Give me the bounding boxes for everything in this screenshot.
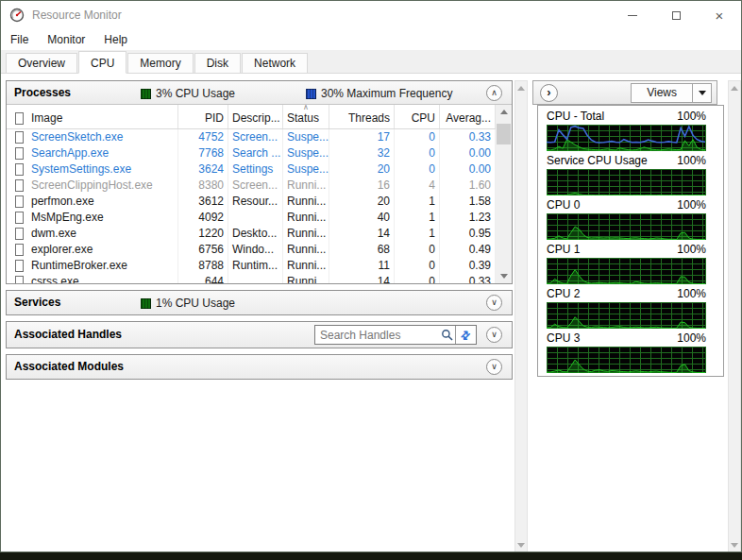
table-row[interactable]: explorer.exe6756Windo...Runni...6800.49 — [7, 242, 496, 258]
processes-table: Image PID Descrip... ∧Status Threads CPU… — [7, 105, 512, 283]
row-checkbox[interactable] — [15, 179, 24, 192]
menu-help[interactable]: Help — [94, 30, 137, 49]
maximize-button[interactable] — [654, 1, 698, 29]
cell-threads: 17 — [329, 129, 395, 145]
cell-pid: 6756 — [178, 242, 228, 258]
table-row[interactable]: SearchApp.exe7768Search ...Suspe...3200.… — [7, 145, 496, 161]
cell-cpu: 0 — [395, 274, 440, 283]
row-checkbox[interactable] — [15, 260, 24, 272]
scroll-down-button[interactable] — [496, 269, 512, 283]
cell-checkbox — [7, 242, 27, 258]
tab-network[interactable]: Network — [242, 53, 308, 73]
search-input[interactable] — [315, 327, 438, 343]
scroll-up-button[interactable] — [515, 81, 527, 95]
row-checkbox[interactable] — [15, 244, 24, 256]
resource-monitor-window: Resource Monitor × File Monitor Help Ove… — [0, 0, 742, 552]
menu-file[interactable]: File — [1, 30, 38, 49]
cell-description — [228, 210, 283, 226]
column-header-image[interactable]: Image — [27, 105, 178, 128]
cell-status: Suspe... — [283, 129, 329, 145]
scroll-down-button[interactable] — [515, 538, 527, 552]
max-frequency-legend-label: 30% Maximum Frequency — [321, 87, 452, 100]
right-pane-scrollbar[interactable] — [728, 80, 741, 552]
select-all-checkbox[interactable] — [15, 112, 24, 125]
table-row[interactable]: dwm.exe1220Deskto...Runni...1410.95 — [7, 226, 496, 242]
modules-expand-button[interactable]: ∨ — [486, 359, 502, 375]
views-dropdown-arrow[interactable] — [692, 84, 711, 102]
row-checkbox[interactable] — [15, 228, 24, 240]
tabstrip: Overview CPU Memory Disk Network — [1, 50, 741, 74]
table-row[interactable]: SystemSettings.exe3624SettingsSuspe...20… — [7, 161, 496, 178]
scroll-down-button[interactable] — [729, 538, 740, 552]
row-checkbox[interactable] — [15, 195, 24, 208]
views-button[interactable]: Views — [631, 83, 712, 103]
processes-header[interactable]: Processes 3% CPU Usage 30% Maximum Frequ… — [7, 81, 512, 105]
scroll-up-button[interactable] — [729, 81, 740, 95]
column-header-pid[interactable]: PID — [178, 105, 228, 128]
header-checkbox-cell — [7, 105, 27, 128]
tab-disk[interactable]: Disk — [194, 53, 241, 73]
cell-pid: 7768 — [178, 145, 228, 161]
handles-header[interactable]: Associated Handles ⇄ ∨ — [7, 322, 512, 348]
cell-checkbox — [7, 274, 27, 283]
column-header-average[interactable]: Averag... — [440, 105, 496, 128]
chevron-up-icon: ∧ — [491, 88, 497, 97]
column-header-description[interactable]: Descrip... — [228, 105, 283, 128]
refresh-handles-button[interactable]: ⇄ — [455, 326, 476, 344]
triangle-up-icon — [500, 110, 508, 114]
cell-pid: 4092 — [178, 210, 228, 226]
column-header-threads[interactable]: Threads — [329, 105, 395, 128]
right-pane-header: › Views — [532, 80, 717, 105]
table-row[interactable]: RuntimeBroker.exe8788Runtim...Runni...11… — [7, 258, 496, 274]
cell-status: Runni... — [283, 274, 329, 283]
tab-memory[interactable]: Memory — [127, 53, 193, 73]
scrollbar-thumb[interactable] — [497, 124, 511, 144]
services-expand-button[interactable]: ∨ — [486, 295, 502, 311]
cell-checkbox — [7, 161, 27, 178]
row-checkbox[interactable] — [15, 163, 24, 176]
services-header[interactable]: Services 1% CPU Usage ∨ — [7, 291, 512, 314]
expand-pane-button[interactable]: › — [540, 84, 558, 102]
cell-average: 1.60 — [440, 178, 496, 194]
cell-description: Settings — [228, 161, 283, 178]
tab-cpu[interactable]: CPU — [78, 51, 126, 74]
cell-checkbox — [7, 194, 27, 210]
table-row[interactable]: ScreenClippingHost.exe8380Screen...Runni… — [7, 178, 496, 194]
row-checkbox[interactable] — [15, 147, 24, 160]
cell-average: 1.23 — [440, 210, 496, 226]
processes-collapse-button[interactable]: ∧ — [486, 85, 502, 101]
desktop-background — [0, 552, 742, 560]
cell-description: Search ... — [228, 145, 283, 161]
tab-overview[interactable]: Overview — [6, 53, 77, 73]
table-row[interactable]: csrss.exe644Runni...1400.33 — [7, 274, 496, 283]
column-header-cpu[interactable]: CPU — [395, 105, 440, 128]
search-icon[interactable] — [438, 326, 455, 344]
handles-search: ⇄ — [314, 325, 477, 345]
table-row[interactable]: MsMpEng.exe4092Runni...4011.23 — [7, 210, 496, 226]
modules-header[interactable]: Associated Modules ∨ — [7, 355, 512, 379]
cell-checkbox — [7, 129, 27, 145]
cell-status: Runni... — [283, 242, 329, 258]
row-checkbox[interactable] — [15, 212, 24, 224]
cell-image: explorer.exe — [27, 242, 178, 258]
cell-image: ScreenSketch.exe — [27, 129, 178, 145]
views-label: Views — [632, 84, 692, 102]
row-checkbox[interactable] — [15, 131, 24, 144]
cpu-graph-block: CPU 1100% — [547, 241, 706, 284]
table-scrollbar[interactable] — [496, 105, 512, 283]
menu-monitor[interactable]: Monitor — [38, 30, 94, 49]
table-row[interactable]: ScreenSketch.exe4752Screen...Suspe...170… — [7, 129, 496, 145]
minimize-button[interactable] — [611, 1, 654, 29]
titlebar[interactable]: Resource Monitor × — [1, 1, 741, 29]
cell-average: 0.33 — [440, 129, 496, 145]
cell-status: Runni... — [283, 194, 329, 210]
row-checkbox[interactable] — [15, 276, 24, 283]
left-pane-scrollbar[interactable] — [514, 80, 528, 552]
services-cpu-legend-label: 1% CPU Usage — [156, 297, 235, 310]
close-button[interactable]: × — [698, 1, 741, 29]
column-header-status[interactable]: ∧Status — [283, 105, 329, 128]
cell-cpu: 4 — [395, 178, 440, 194]
handles-expand-button[interactable]: ∨ — [486, 327, 502, 343]
scroll-up-button[interactable] — [496, 105, 512, 119]
table-row[interactable]: perfmon.exe3612Resour...Runni...2011.58 — [7, 194, 496, 210]
